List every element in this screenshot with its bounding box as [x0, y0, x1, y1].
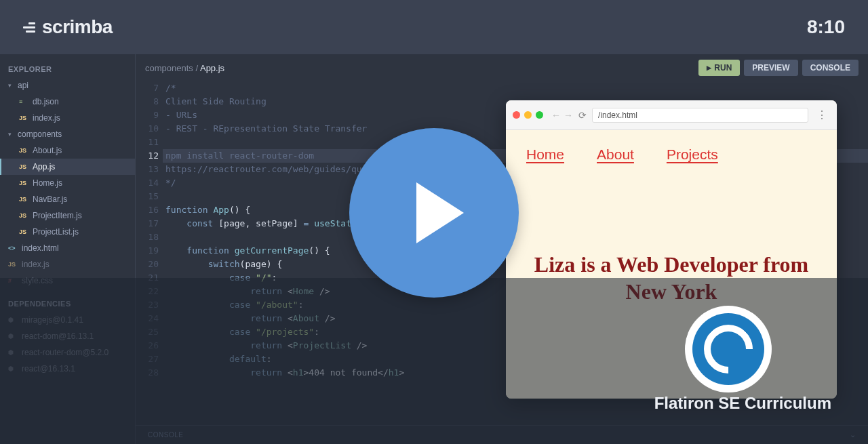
dep-label: react@16.13.1	[22, 364, 75, 374]
preview-body: Home About Projects Liza is a Web Develo…	[506, 130, 837, 399]
dep-label: react-dom@16.13.1	[22, 331, 94, 341]
author-name: Flatiron SE Curriculum	[654, 394, 831, 413]
js-file-icon: JS	[19, 163, 28, 170]
dep-react-dom[interactable]: ⬢ react-dom@16.13.1	[0, 328, 135, 344]
html-file-icon: <>	[8, 245, 18, 251]
js-file-icon: JS	[19, 196, 28, 203]
author-avatar[interactable]	[685, 306, 772, 392]
traffic-lights	[513, 111, 543, 119]
preview-window[interactable]: ← → ⟳ /index.html ⋮ Home About Projects …	[506, 100, 837, 399]
file-about-js[interactable]: JS About.js	[0, 142, 135, 159]
kebab-menu-icon[interactable]: ⋮	[814, 108, 830, 121]
maximize-icon[interactable]	[536, 111, 543, 119]
js-file-icon: JS	[19, 147, 28, 154]
browser-chrome: ← → ⟳ /index.html ⋮	[506, 100, 837, 130]
file-label: db.json	[33, 97, 59, 106]
explorer-heading: EXPLORER	[0, 61, 135, 77]
js-file-icon: JS	[19, 228, 28, 235]
console-label: CONSOLE	[148, 431, 183, 439]
dep-label: react-router-dom@5.2.0	[22, 348, 108, 357]
js-file-icon: JS	[19, 115, 28, 121]
package-icon: ⬢	[8, 349, 18, 356]
nav-link-projects[interactable]: Projects	[667, 146, 718, 163]
preview-hero-text: Liza is a Web Developer from New York	[526, 251, 816, 305]
dependencies-heading: DEPENDENCIES	[0, 296, 135, 312]
video-timer: 8:10	[807, 16, 845, 38]
sidebar: EXPLORER ▾ api ≡ db.json JS index.js ▾ c…	[0, 54, 136, 444]
dep-react-router-dom[interactable]: ⬢ react-router-dom@5.2.0	[0, 344, 135, 361]
file-label: Home.js	[33, 178, 62, 188]
nav-arrows: ← →	[551, 110, 573, 121]
file-navbar-js[interactable]: JS NavBar.js	[0, 191, 135, 207]
console-bar[interactable]: CONSOLE ⌄	[136, 425, 868, 444]
json-file-icon: ≡	[19, 98, 28, 105]
breadcrumb-folder: components	[145, 63, 193, 73]
file-label: index.js	[33, 113, 60, 123]
dep-miragejs[interactable]: ⬢ miragejs@0.1.41	[0, 312, 135, 328]
file-label: About.js	[33, 146, 62, 155]
nav-link-home[interactable]: Home	[526, 146, 564, 163]
file-api-index-js[interactable]: JS index.js	[0, 110, 135, 126]
file-style-css[interactable]: # style.css	[0, 273, 135, 289]
file-projectitem-js[interactable]: JS ProjectItem.js	[0, 207, 135, 224]
folder-components[interactable]: ▾ components	[0, 126, 135, 142]
package-icon: ⬢	[8, 333, 18, 340]
minimize-icon[interactable]	[524, 111, 532, 119]
file-label: index.html	[22, 243, 59, 253]
url-text: /index.html	[598, 110, 637, 120]
chevron-down-icon: ⌄	[850, 430, 856, 439]
folder-api[interactable]: ▾ api	[0, 77, 135, 94]
js-file-icon: JS	[19, 212, 28, 219]
chevron-down-icon: ▾	[8, 131, 14, 138]
avatar-icon	[692, 313, 764, 385]
file-app-js[interactable]: JS App.js	[0, 159, 135, 175]
editor-topbar: components / App.js RUN PREVIEW CONSOLE	[136, 54, 868, 81]
breadcrumb: components / App.js	[145, 63, 224, 73]
brand-logo[interactable]: scrimba	[23, 16, 113, 38]
file-label: ProjectItem.js	[33, 211, 82, 220]
file-db-json[interactable]: ≡ db.json	[0, 94, 135, 110]
file-label: App.js	[33, 162, 55, 171]
file-projectlist-js[interactable]: JS ProjectList.js	[0, 224, 135, 240]
nav-link-about[interactable]: About	[597, 146, 634, 163]
preview-nav: Home About Projects	[526, 146, 816, 163]
back-icon[interactable]: ←	[551, 110, 561, 121]
logo-mark-icon	[23, 22, 35, 33]
chevron-down-icon: ▾	[8, 82, 14, 89]
dep-label: miragejs@0.1.41	[22, 315, 83, 325]
refresh-icon[interactable]: ⟳	[578, 110, 587, 121]
brand-name: scrimba	[42, 16, 113, 38]
play-icon	[416, 182, 464, 243]
folder-label: api	[18, 81, 28, 90]
file-root-index-js[interactable]: JS index.js	[0, 256, 135, 273]
folder-label: components	[18, 129, 62, 139]
css-file-icon: #	[8, 277, 18, 284]
breadcrumb-file: App.js	[200, 63, 224, 73]
console-button[interactable]: CONSOLE	[802, 60, 859, 76]
close-icon[interactable]	[513, 111, 520, 119]
js-file-icon: JS	[8, 261, 18, 268]
line-gutter: 7891011121314151617181920212223242526272…	[136, 81, 165, 425]
file-label: NavBar.js	[33, 195, 67, 204]
file-label: style.css	[22, 276, 53, 285]
dep-react[interactable]: ⬢ react@16.13.1	[0, 361, 135, 377]
package-icon: ⬢	[8, 317, 18, 323]
preview-button[interactable]: PREVIEW	[744, 60, 797, 76]
file-label: ProjectList.js	[33, 227, 79, 237]
play-button[interactable]	[349, 128, 519, 298]
file-home-js[interactable]: JS Home.js	[0, 175, 135, 191]
file-index-html[interactable]: <> index.html	[0, 240, 135, 256]
package-icon: ⬢	[8, 365, 18, 372]
topbar-buttons: RUN PREVIEW CONSOLE	[698, 60, 859, 76]
js-file-icon: JS	[19, 180, 28, 186]
url-bar[interactable]: /index.html	[592, 108, 808, 123]
forward-icon[interactable]: →	[564, 110, 573, 121]
app-header: scrimba 8:10	[0, 0, 868, 54]
run-button[interactable]: RUN	[698, 60, 740, 76]
file-label: index.js	[22, 260, 50, 269]
